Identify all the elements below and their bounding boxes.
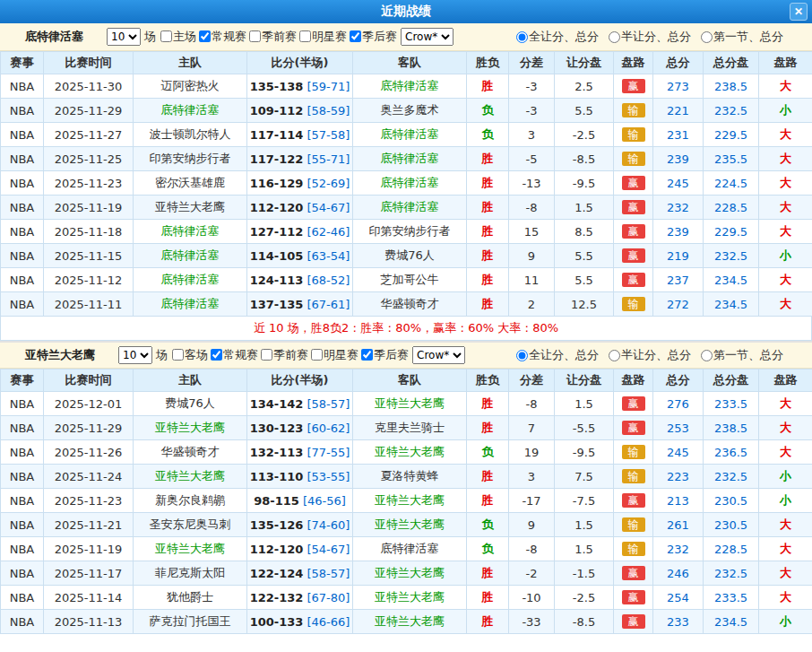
filter-radio-0[interactable]: 全让分、总分 <box>514 347 599 363</box>
final-score: 100-133 <box>250 615 304 629</box>
checkbox-input[interactable] <box>211 349 222 361</box>
final-score: 98-115 <box>254 494 299 508</box>
column-header: 总分 <box>653 369 704 392</box>
handicap-result-cell: 输 <box>614 99 653 123</box>
handicap-result-chip: 输 <box>622 469 645 483</box>
handicap-result-chip: 赢 <box>622 176 645 190</box>
win-loss-cell: 胜 <box>467 586 509 610</box>
checkbox-input[interactable] <box>160 30 172 42</box>
final-score: 127-112 <box>250 225 304 239</box>
filter-checkbox-0[interactable]: 主场 <box>158 29 196 45</box>
point-diff-cell: -3 <box>509 74 555 99</box>
games-count-select[interactable]: 10 <box>107 28 141 46</box>
halftime-score: [55-71] <box>307 152 350 166</box>
final-score: 122-124 <box>250 567 304 580</box>
away-team-cell: 亚特兰大老鹰 <box>353 586 467 610</box>
checkbox-label: 季前赛 <box>273 347 308 363</box>
checkbox-input[interactable] <box>172 349 184 361</box>
game-row: NBA 2025-11-24 亚特兰大老鹰 113-110 [53-55] 夏洛… <box>1 465 812 489</box>
league-cell: NBA <box>1 171 44 196</box>
score-cell: 117-122 [55-71] <box>247 147 353 171</box>
league-cell: NBA <box>1 244 44 268</box>
point-diff-cell: -2 <box>509 561 555 586</box>
game-row: NBA 2025-11-21 圣安东尼奥马刺 135-126 [74-60] 亚… <box>1 513 812 537</box>
away-team-cell: 夏洛特黄蜂 <box>353 465 467 489</box>
checkbox-input[interactable] <box>361 349 373 361</box>
checkbox-input[interactable] <box>350 30 361 42</box>
checkbox-label: 常规赛 <box>223 347 258 363</box>
score-cell: 116-129 [52-69] <box>247 171 353 196</box>
handicap-result-cell: 赢 <box>614 586 653 610</box>
radio-input[interactable] <box>609 31 620 43</box>
halftime-score: [46-66] <box>307 615 350 629</box>
league-cell: NBA <box>1 196 44 220</box>
close-button[interactable]: ✕ <box>790 3 808 21</box>
radio-input[interactable] <box>701 350 713 361</box>
filter-checkbox-4[interactable]: 季后赛 <box>347 29 397 45</box>
halftime-score: [74-60] <box>307 518 350 532</box>
checkbox-input[interactable] <box>199 30 211 42</box>
league-cell: NBA <box>1 292 44 317</box>
column-header: 总分盘 <box>704 369 759 392</box>
handicap-result-cell: 赢 <box>614 74 653 99</box>
total-points-cell: 239 <box>653 220 704 244</box>
filter-checkbox-3[interactable]: 明星赛 <box>297 29 347 45</box>
handicap-line-cell: 2.5 <box>555 74 614 99</box>
away-team-cell: 底特律活塞 <box>353 537 467 561</box>
filter-checkbox-1[interactable]: 常规赛 <box>196 29 246 45</box>
home-team-cell: 新奥尔良鹈鹕 <box>134 489 247 513</box>
checkbox-input[interactable] <box>311 349 323 361</box>
point-diff-cell: 15 <box>509 220 555 244</box>
filter-checkbox-0[interactable]: 客场 <box>169 347 208 363</box>
filter-radio-1[interactable]: 半让分、总分 <box>606 29 691 45</box>
win-loss-cell: 胜 <box>467 196 509 220</box>
filter-checkbox-1[interactable]: 常规赛 <box>208 347 258 363</box>
column-header: 总分 <box>653 52 704 74</box>
home-team-cell: 印第安纳步行者 <box>134 147 247 171</box>
checkbox-input[interactable] <box>249 30 261 42</box>
games-count-select[interactable]: 10 <box>118 346 152 364</box>
score-cell: 122-124 [58-57] <box>247 561 353 586</box>
halftime-score: [60-62] <box>307 422 350 435</box>
filter-radio-1[interactable]: 半让分、总分 <box>606 347 691 363</box>
table-body: NBA 2025-12-01 费城76人 134-142 [58-57] 亚特兰… <box>1 392 812 634</box>
filter-checkbox-3[interactable]: 明星赛 <box>308 347 358 363</box>
filter-checkbox-4[interactable]: 季后赛 <box>358 347 409 363</box>
filter-radio-2[interactable]: 第一节、总分 <box>698 29 783 45</box>
handicap-result-cell: 赢 <box>614 392 653 416</box>
filter-radio-0[interactable]: 全让分、总分 <box>514 29 599 45</box>
radio-input[interactable] <box>516 31 528 43</box>
checkbox-label: 季前赛 <box>262 29 297 45</box>
checkbox-label: 明星赛 <box>312 29 347 45</box>
game-row: NBA 2025-11-25 印第安纳步行者 117-122 [55-71] 底… <box>1 147 812 171</box>
over-under-cell: 大 <box>759 561 812 586</box>
league-select[interactable]: Crow* <box>412 346 465 364</box>
away-team-cell: 亚特兰大老鹰 <box>353 489 467 513</box>
handicap-line-cell: 1.5 <box>555 513 614 537</box>
league-select[interactable]: Crow* <box>401 28 454 46</box>
radio-input[interactable] <box>516 350 528 361</box>
radio-input[interactable] <box>609 350 620 361</box>
column-header: 让分盘 <box>555 52 614 74</box>
handicap-result-chip: 赢 <box>622 590 645 604</box>
handicap-result-cell: 赢 <box>614 610 653 634</box>
checkbox-input[interactable] <box>261 349 272 361</box>
checkbox-input[interactable] <box>299 30 311 42</box>
game-row: NBA 2025-11-27 波士顿凯尔特人 117-114 [57-58] 底… <box>1 123 812 147</box>
column-header: 盘路 <box>759 369 812 392</box>
handicap-result-cell: 输 <box>614 440 653 465</box>
final-score: 137-135 <box>250 298 304 311</box>
filter-radio-2[interactable]: 第一节、总分 <box>698 347 783 363</box>
over-under-cell: 大 <box>759 196 812 220</box>
team-name: 亚特兰大老鹰 <box>25 347 95 363</box>
game-row: NBA 2025-11-30 迈阿密热火 135-138 [59-71] 底特律… <box>1 74 812 99</box>
game-row: NBA 2025-11-29 亚特兰大老鹰 130-123 [60-62] 克里… <box>1 416 812 440</box>
filter-checkbox-2[interactable]: 季前赛 <box>258 347 308 363</box>
radio-input[interactable] <box>701 31 713 43</box>
filter-checkbox-2[interactable]: 季前赛 <box>246 29 297 45</box>
home-team-cell: 波士顿凯尔特人 <box>134 123 247 147</box>
score-cell: 98-115 [46-56] <box>247 489 353 513</box>
total-points-cell: 276 <box>653 392 704 416</box>
league-cell: NBA <box>1 440 44 465</box>
score-cell: 122-132 [67-80] <box>247 586 353 610</box>
